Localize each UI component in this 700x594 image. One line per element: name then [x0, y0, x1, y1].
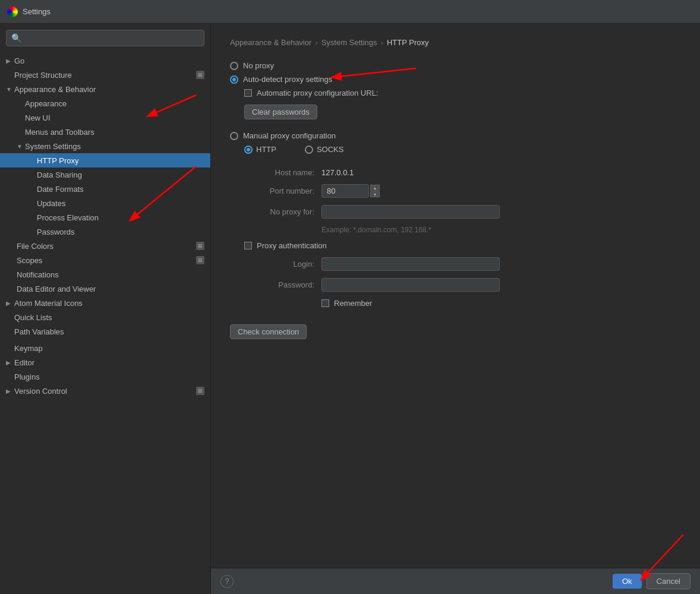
breadcrumb-sep-2: ›	[381, 38, 383, 47]
sidebar-item-label: Version Control	[14, 387, 194, 396]
sidebar-item-process-elevation[interactable]: Process Elevation	[0, 210, 210, 225]
manual-proxy-row[interactable]: Manual proxy configuration	[230, 131, 681, 140]
search-input[interactable]	[25, 34, 199, 43]
sidebar-tree: ▶ Go Project Structure ⊞ ▼ Appearance & …	[0, 51, 210, 594]
manual-proxy-label: Manual proxy configuration	[243, 131, 336, 140]
sidebar-item-keymap[interactable]: Keymap	[0, 341, 210, 355]
bottom-bar: ? Ok Cancel	[211, 568, 700, 594]
no-proxy-for-row: No proxy for:	[244, 205, 681, 219]
sidebar-item-file-colors[interactable]: File Colors ⊞	[0, 239, 210, 253]
badge-icon: ⊞	[196, 242, 204, 250]
sidebar-item-project-structure[interactable]: Project Structure ⊞	[0, 68, 210, 82]
breadcrumb-part-2: System Settings	[321, 38, 377, 47]
remember-checkbox[interactable]	[321, 299, 329, 307]
sidebar-item-label: Process Elevation	[37, 213, 204, 222]
sidebar-item-version-control[interactable]: ▶ Version Control ⊞	[0, 384, 210, 398]
sidebar-item-atom-material[interactable]: ▶ Atom Material Icons	[0, 296, 210, 310]
cancel-button[interactable]: Cancel	[647, 573, 690, 589]
port-spinner[interactable]: ▲ ▼	[321, 184, 380, 198]
auto-detect-subsection: Automatic proxy configuration URL: Clear…	[244, 89, 681, 129]
spinner-up[interactable]: ▲	[370, 185, 380, 191]
sidebar-item-scopes[interactable]: Scopes ⊞	[0, 253, 210, 267]
sidebar-item-label: HTTP Proxy	[37, 156, 204, 165]
sidebar-item-plugins[interactable]: Plugins	[0, 369, 210, 384]
sidebar-item-updates[interactable]: Updates	[0, 196, 210, 210]
no-proxy-for-input[interactable]	[321, 205, 500, 219]
proxy-auth-checkbox[interactable]	[244, 242, 252, 249]
login-input[interactable]	[321, 257, 500, 271]
sidebar-item-label: Appearance & Behavior	[14, 85, 204, 94]
sidebar-item-passwords[interactable]: Passwords	[0, 225, 210, 239]
search-box[interactable]: 🔍	[6, 30, 204, 46]
titlebar-title: Settings	[23, 7, 51, 16]
socks-radio-row[interactable]: SOCKS	[305, 145, 344, 154]
port-input[interactable]	[321, 184, 369, 198]
sidebar-item-data-sharing[interactable]: Data Sharing	[0, 168, 210, 182]
remember-row[interactable]: Remember	[321, 299, 681, 308]
http-radio-row[interactable]: HTTP	[244, 145, 276, 154]
http-radio[interactable]	[244, 146, 253, 154]
spinner-buttons[interactable]: ▲ ▼	[370, 185, 380, 197]
password-input[interactable]	[321, 278, 500, 292]
sidebar-item-appearance[interactable]: Appearance	[0, 96, 210, 110]
sidebar-item-label: Scopes	[17, 256, 194, 265]
sidebar-item-http-proxy[interactable]: HTTP Proxy	[0, 153, 210, 168]
ok-button[interactable]: Ok	[613, 574, 642, 589]
sidebar-item-data-editor-viewer[interactable]: Data Editor and Viewer	[0, 282, 210, 296]
badge-icon: ⊞	[196, 387, 204, 395]
sidebar-item-label: Go	[14, 56, 204, 65]
main-content-wrapper: 🔍 ▶ Go Project Structure ⊞ ▼ Appearance …	[0, 24, 700, 594]
arrow-icon: ▶	[6, 388, 14, 394]
auto-detect-row[interactable]: Auto-detect proxy settings	[230, 75, 681, 84]
sidebar-item-date-formats[interactable]: Date Formats	[0, 182, 210, 196]
sidebar-item-editor[interactable]: ▶ Editor	[0, 355, 210, 369]
auto-config-url-label: Automatic proxy configuration URL:	[257, 89, 378, 97]
sidebar-item-appearance-behavior[interactable]: ▼ Appearance & Behavior	[0, 82, 210, 96]
search-icon: 🔍	[11, 33, 21, 43]
sidebar-item-label: Editor	[14, 358, 204, 367]
auto-config-url-checkbox[interactable]	[244, 89, 252, 97]
breadcrumb-part-1: Appearance & Behavior	[230, 38, 311, 47]
sidebar-item-menus-toolbars[interactable]: Menus and Toolbars	[0, 125, 210, 139]
sidebar-item-path-variables[interactable]: Path Variables	[0, 324, 210, 339]
arrow-icon: ▼	[6, 86, 14, 93]
titlebar: Settings	[0, 0, 700, 24]
sidebar-item-label: Atom Material Icons	[14, 299, 204, 308]
example-text: Example: *.domain.com, 192.168.*	[321, 226, 681, 234]
manual-proxy-radio[interactable]	[230, 132, 238, 140]
spinner-down[interactable]: ▼	[370, 191, 380, 197]
check-connection-button[interactable]: Check connection	[230, 324, 307, 339]
auto-detect-radio[interactable]	[230, 75, 238, 84]
auto-config-url-row[interactable]: Automatic proxy configuration URL:	[244, 89, 681, 97]
sidebar-item-label: Updates	[37, 199, 204, 208]
no-proxy-row[interactable]: No proxy	[230, 61, 681, 70]
sidebar-item-label: Appearance	[25, 99, 204, 108]
sidebar-item-new-ui[interactable]: New UI	[0, 110, 210, 125]
host-name-label: Host name:	[244, 168, 321, 177]
clear-passwords-button[interactable]: Clear passwords	[244, 105, 317, 119]
remember-label: Remember	[334, 299, 372, 308]
arrow-icon: ▼	[17, 143, 25, 150]
manual-proxy-subsection: HTTP SOCKS Host name: 127.0.0.1 Port num…	[244, 145, 681, 308]
sidebar-item-go[interactable]: ▶ Go	[0, 53, 210, 68]
sidebar-item-notifications[interactable]: Notifications	[0, 267, 210, 282]
arrow-icon: ▶	[6, 359, 14, 366]
help-button[interactable]: ?	[220, 575, 234, 588]
sidebar-item-label: Data Sharing	[37, 170, 204, 179]
breadcrumb-sep-1: ›	[315, 38, 317, 47]
sidebar-item-system-settings[interactable]: ▼ System Settings	[0, 139, 210, 153]
sidebar-item-label: Date Formats	[37, 185, 204, 194]
sidebar-item-label: Quick Lists	[14, 313, 204, 322]
sidebar-item-label: File Colors	[17, 242, 194, 251]
breadcrumb-part-3: HTTP Proxy	[387, 38, 429, 47]
badge-icon: ⊞	[196, 71, 204, 79]
port-label: Port number:	[244, 187, 321, 195]
password-label: Password:	[244, 280, 321, 289]
app-icon	[7, 7, 18, 17]
proxy-auth-row[interactable]: Proxy authentication	[244, 241, 681, 250]
socks-radio[interactable]	[305, 146, 313, 154]
breadcrumb: Appearance & Behavior › System Settings …	[230, 38, 681, 47]
sidebar-item-label: Data Editor and Viewer	[17, 285, 204, 293]
no-proxy-radio[interactable]	[230, 62, 238, 70]
sidebar-item-quick-lists[interactable]: Quick Lists	[0, 310, 210, 324]
